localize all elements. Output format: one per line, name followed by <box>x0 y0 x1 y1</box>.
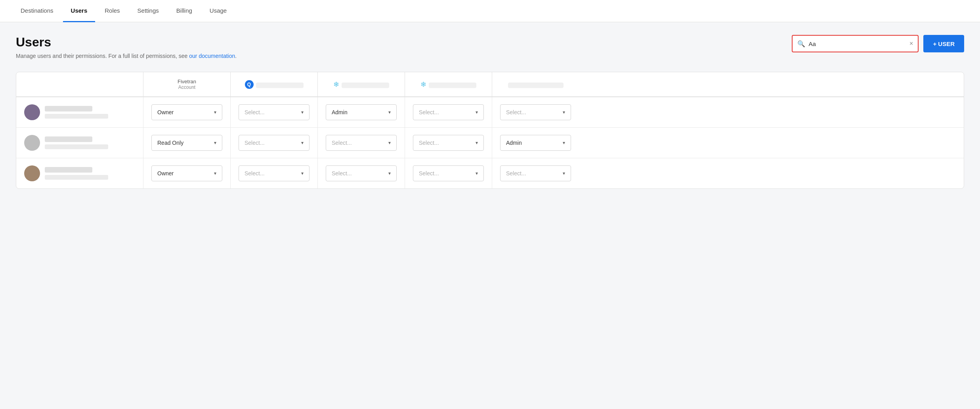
col-header-col2: Q <box>230 72 317 96</box>
role-cell-3-col5: Select... ▾ <box>492 158 579 188</box>
col5-role-select-3[interactable]: Select... ▾ <box>500 165 571 181</box>
col5-role-select-1[interactable]: Select... ▾ <box>500 104 571 120</box>
col2-role-select-2[interactable]: Select... ▾ <box>239 135 309 151</box>
col5-role-placeholder-3: Select... <box>506 170 526 177</box>
col2-role-placeholder-3: Select... <box>245 170 265 177</box>
col5-name-blurred <box>508 83 564 88</box>
col2-role-placeholder-1: Select... <box>245 109 265 115</box>
col3-name-blurred <box>342 83 389 88</box>
col4-role-placeholder-1: Select... <box>419 109 439 115</box>
tab-users[interactable]: Users <box>63 0 96 22</box>
col2-role-select-1[interactable]: Select... ▾ <box>239 104 309 120</box>
role-cell-1-col2: Select... ▾ <box>230 97 317 127</box>
role-cell-1-col3: Admin ▾ <box>317 97 405 127</box>
role-cell-2-col4: Select... ▾ <box>405 128 492 158</box>
col-header-fivetran: Fivetran Account <box>143 72 230 96</box>
documentation-link[interactable]: our documentation <box>189 53 235 59</box>
role-cell-2-fivetran: Read Only ▾ <box>143 128 230 158</box>
col-header-col4: ❄ <box>405 72 492 96</box>
chevron-down-icon: ▾ <box>301 140 304 146</box>
fivetran-role-value-2: Read Only <box>157 140 183 146</box>
col2-header-content: Q <box>245 80 304 89</box>
chevron-down-icon: ▾ <box>388 109 391 115</box>
role-cell-3-col3: Select... ▾ <box>317 158 405 188</box>
chevron-down-icon: ▾ <box>563 171 565 176</box>
chevron-down-icon: ▾ <box>476 140 478 146</box>
users-table: Fivetran Account Q ❄ ❄ <box>16 72 964 189</box>
chevron-down-icon: ▾ <box>476 171 478 176</box>
role-cell-2-col2: Select... ▾ <box>230 128 317 158</box>
user-cell-1 <box>16 97 143 127</box>
table-row: Owner ▾ Select... ▾ Select... ▾ Select..… <box>16 158 964 188</box>
col4-role-placeholder-2: Select... <box>419 140 439 146</box>
user-email-2-blurred <box>45 144 108 149</box>
page-title: Users <box>16 35 237 50</box>
col3-role-select-1[interactable]: Admin ▾ <box>326 104 397 120</box>
chevron-down-icon: ▾ <box>301 109 304 115</box>
chevron-down-icon: ▾ <box>388 171 391 176</box>
role-cell-3-fivetran: Owner ▾ <box>143 158 230 188</box>
col4-role-select-1[interactable]: Select... ▾ <box>413 104 484 120</box>
col4-header-content: ❄ <box>420 80 476 89</box>
tab-roles[interactable]: Roles <box>97 0 128 22</box>
page-subtitle: Manage users and their permissions. For … <box>16 53 237 59</box>
chevron-down-icon: ▾ <box>563 109 565 115</box>
chevron-down-icon: ▾ <box>214 171 216 176</box>
col2-name-blurred <box>256 83 304 88</box>
col3-role-select-3[interactable]: Select... ▾ <box>326 165 397 181</box>
search-box: 🔍 × <box>792 35 919 52</box>
col-header-col5 <box>492 72 579 96</box>
user-name-2-blurred <box>45 136 92 142</box>
header-actions: 🔍 × + USER <box>792 35 964 52</box>
col2-role-placeholder-2: Select... <box>245 140 265 146</box>
user-name-1-blurred <box>45 106 92 111</box>
fivetran-label: Fivetran <box>178 79 196 84</box>
fivetran-role-select-3[interactable]: Owner ▾ <box>151 165 222 181</box>
user-email-1-blurred <box>45 114 108 119</box>
chevron-down-icon: ▾ <box>214 109 216 115</box>
col4-role-select-3[interactable]: Select... ▾ <box>413 165 484 181</box>
fivetran-role-value-3: Owner <box>157 170 174 177</box>
col3-role-select-2[interactable]: Select... ▾ <box>326 135 397 151</box>
col3-role-value-1: Admin <box>332 109 348 115</box>
avatar-3 <box>24 165 40 181</box>
search-clear-button[interactable]: × <box>909 40 913 47</box>
chevron-down-icon: ▾ <box>388 140 391 146</box>
snowflake-icon-2: ❄ <box>420 80 426 89</box>
chevron-down-icon: ▾ <box>214 140 216 146</box>
tab-destinations[interactable]: Destinations <box>13 0 61 22</box>
col4-role-placeholder-3: Select... <box>419 170 439 177</box>
col5-role-select-2[interactable]: Admin ▾ <box>500 135 571 151</box>
col2-role-select-3[interactable]: Select... ▾ <box>239 165 309 181</box>
top-navigation: Destinations Users Roles Settings Billin… <box>0 0 980 22</box>
fivetran-role-value-1: Owner <box>157 109 174 115</box>
role-cell-3-col2: Select... ▾ <box>230 158 317 188</box>
col5-role-placeholder-1: Select... <box>506 109 526 115</box>
role-cell-2-col5: Admin ▾ <box>492 128 579 158</box>
tab-billing[interactable]: Billing <box>168 0 200 22</box>
table-header: Fivetran Account Q ❄ ❄ <box>16 72 964 97</box>
fivetran-role-select-1[interactable]: Owner ▾ <box>151 104 222 120</box>
avatar-1 <box>24 104 40 120</box>
tab-settings[interactable]: Settings <box>130 0 167 22</box>
col3-role-placeholder-2: Select... <box>332 140 352 146</box>
main-content: Users Manage users and their permissions… <box>0 22 980 202</box>
role-cell-1-col5: Select... ▾ <box>492 97 579 127</box>
col3-header-content: ❄ <box>333 80 389 89</box>
fivetran-role-select-2[interactable]: Read Only ▾ <box>151 135 222 151</box>
tab-usage[interactable]: Usage <box>202 0 235 22</box>
col4-role-select-2[interactable]: Select... ▾ <box>413 135 484 151</box>
role-cell-2-col3: Select... ▾ <box>317 128 405 158</box>
user-name-3-blurred <box>45 167 92 173</box>
table-row: Owner ▾ Select... ▾ Admin ▾ Select... <box>16 97 964 128</box>
user-cell-3 <box>16 158 143 188</box>
add-user-button[interactable]: + USER <box>923 35 964 52</box>
chevron-down-icon: ▾ <box>476 109 478 115</box>
table-row: Read Only ▾ Select... ▾ Select... ▾ Sele… <box>16 128 964 158</box>
snowflake-icon-1: ❄ <box>333 80 339 89</box>
role-cell-3-col4: Select... ▾ <box>405 158 492 188</box>
col3-role-placeholder-3: Select... <box>332 170 352 177</box>
col-header-user <box>16 72 143 96</box>
search-input[interactable] <box>808 40 906 47</box>
col4-name-blurred <box>429 83 476 88</box>
